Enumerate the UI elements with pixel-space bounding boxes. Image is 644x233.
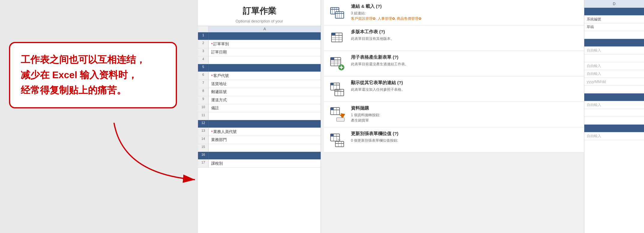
svg-rect-32 <box>331 83 334 85</box>
table-row: 14業務部門 <box>198 136 321 144</box>
row-number: 16 <box>198 152 209 159</box>
panel-desc1-show-from: 此表單還沒加入任何參照子表格。 <box>351 87 580 92</box>
row-number: 14 <box>198 136 209 144</box>
col-d-row: yyyy/MM/dd <box>584 78 644 86</box>
panel-section-multi-version: 多版本工作表 (?)此表單目前沒有其他版本。 <box>324 25 584 51</box>
col-d-row <box>584 55 644 62</box>
cell-a: 運送方式 <box>209 96 321 104</box>
col-d-cell <box>584 119 644 122</box>
col-d-row <box>584 117 644 125</box>
panel-title-data-mashup: 資料拋購 <box>351 105 580 111</box>
table-row: 17課稅別 <box>198 160 321 168</box>
cell-a: *客戶代號 <box>209 72 321 80</box>
panel-title-generate-from: 用子表格產生新表單 (?) <box>351 55 580 60</box>
cell-a: 課稅別 <box>209 160 321 167</box>
cell-a: 備註 <box>209 104 321 112</box>
col-d-cell: 自由輸入 <box>584 62 644 70</box>
cell-a <box>209 152 321 159</box>
table-row: 15 <box>198 144 321 152</box>
col-d-cell: yyyy/MM/dd <box>584 78 644 85</box>
panel-icon-data-mashup <box>328 105 346 123</box>
svg-rect-48 <box>331 134 334 136</box>
row-number: 12 <box>198 120 209 128</box>
col-d-row <box>584 109 644 117</box>
panel-icon-update-fields <box>328 131 346 149</box>
table-row: 16 <box>198 152 321 160</box>
panel-content-show-from: 顯示從其它表單的連結 (?)此表單還沒加入任何參照子表格。 <box>351 80 580 92</box>
col-d-row <box>584 93 644 101</box>
table-row: 10備註 <box>198 104 321 112</box>
col-d-cell: 自由輸入 <box>584 132 644 140</box>
svg-rect-17 <box>331 33 335 35</box>
panel-content-generate-from: 用子表格產生新表單 (?)此表單目前還沒產生過連結工作表。 <box>351 55 580 67</box>
cell-a <box>209 32 321 40</box>
cell-a: 送貨地址 <box>209 80 321 88</box>
sheet-rows-container: 12*訂單單別3訂單日期456*客戶代號7送貨地址8郵遞區號9運送方式10備註1… <box>198 32 321 168</box>
row-number: 9 <box>198 96 209 104</box>
panel-desc1-update-fields: 0 個更新別張表單欄位值按鈕: <box>351 138 580 143</box>
panel-title-show-from: 顯示從其它表單的連結 (?) <box>351 80 580 86</box>
panel-title-link-import: 連結 & 載入 (?) <box>351 4 580 9</box>
row-number: 11 <box>198 112 209 120</box>
table-row: 7送貨地址 <box>198 80 321 88</box>
row-number: 17 <box>198 160 209 167</box>
col-d-cell: 自由輸入 <box>584 47 644 54</box>
row-number: 4 <box>198 56 209 64</box>
arrow-icon <box>111 120 207 186</box>
panel-icon-generate-from <box>328 55 346 72</box>
col-a-header: A <box>209 26 321 32</box>
col-d-cell: 系統編號 <box>584 16 644 23</box>
col-header-row: A <box>198 26 321 32</box>
callout-box: 工作表之间也可以互相连结， 减少在 Excel 输入资料时， 经常得复制贴上的痛… <box>9 42 177 108</box>
col-d-row: 自由輸入 <box>584 62 644 70</box>
table-row: 8郵遞區號 <box>198 88 321 96</box>
svg-rect-49 <box>335 141 344 147</box>
col-d-row: 自由輸入 <box>584 70 644 78</box>
svg-rect-43 <box>337 118 344 121</box>
col-d-cell: 自由輸入 <box>584 101 644 109</box>
row-number: 10 <box>198 104 209 112</box>
panel-content-link-import: 連結 & 載入 (?)3 組連結:客戶資訊管理✿, 人事管理✿, 商品售價管理✿ <box>351 4 580 21</box>
table-row: 13*業務人員代號 <box>198 128 321 136</box>
row-number: 3 <box>198 48 209 56</box>
panel-content-data-mashup: 資料拋購 1 個資料拋轉按鈕:產生銷貨單 <box>351 105 580 123</box>
panel-section-update-fields: 更新別張表單欄位值 (?)0 個更新別張表單欄位值按鈕: <box>324 127 584 153</box>
panel-desc1-link-import: 3 組連結: <box>351 10 580 16</box>
sheet-title: 訂單作業 <box>198 0 321 18</box>
cell-a <box>209 144 321 152</box>
callout-text: 工作表之间也可以互相连结， 减少在 Excel 输入资料时， 经常得复制贴上的痛… <box>21 52 165 98</box>
col-d-row <box>584 125 644 132</box>
table-row: 6*客戶代號 <box>198 72 321 80</box>
panel-desc1-multi-version: 此表單目前沒有其他版本。 <box>351 36 580 41</box>
col-d-cell <box>584 34 644 36</box>
panel-desc2-link-import: 客戶資訊管理✿, 人事管理✿, 商品售價管理✿ <box>351 16 580 21</box>
table-row: 11 <box>198 112 321 120</box>
row-number: 13 <box>198 128 209 136</box>
col-d-cell <box>584 96 644 99</box>
col-d-cell <box>584 42 644 44</box>
panel-section-show-from: 顯示從其它表單的連結 (?)此表單還沒加入任何參照子表格。 <box>324 76 584 102</box>
row-number: 8 <box>198 88 209 96</box>
col-d-row: 自由輸入 <box>584 47 644 55</box>
cell-a <box>209 120 321 128</box>
row-number: 2 <box>198 40 209 48</box>
panel-desc2-data-mashup: 產生銷貨單 <box>351 118 580 123</box>
panel-section-data-mashup: 資料拋購 1 個資料拋轉按鈕:產生銷貨單 <box>324 102 584 127</box>
col-d-cell: 草稿 <box>584 23 644 31</box>
col-d-cell <box>584 57 644 60</box>
cell-a: *訂單單別 <box>209 40 321 48</box>
annotation-area: 工作表之间也可以互相连结， 减少在 Excel 输入资料时， 经常得复制贴上的痛… <box>0 0 198 233</box>
col-d-row <box>584 8 644 16</box>
table-row: 1 <box>198 32 321 40</box>
row-number: 5 <box>198 64 209 72</box>
panel-section-link-import: 連結 & 載入 (?)3 組連結:客戶資訊管理✿, 人事管理✿, 商品售價管理✿ <box>324 0 584 25</box>
panel-desc1-generate-from: 此表單目前還沒產生過連結工作表。 <box>351 61 580 67</box>
row-number: 15 <box>198 144 209 152</box>
col-d-row <box>584 31 644 39</box>
cell-a: *業務人員代號 <box>209 128 321 136</box>
col-d-cell <box>584 127 644 130</box>
cell-a: 郵遞區號 <box>209 88 321 96</box>
cell-a <box>209 56 321 64</box>
panels-container: 連結 & 載入 (?)3 組連結:客戶資訊管理✿, 人事管理✿, 商品售價管理✿… <box>324 0 584 153</box>
svg-rect-24 <box>331 58 334 60</box>
